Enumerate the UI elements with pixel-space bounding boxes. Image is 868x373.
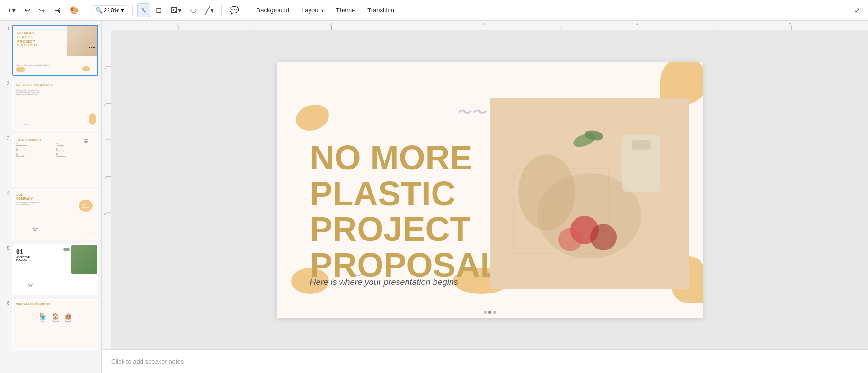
- canvas-area: 1 2 3 4 5: [102, 21, 868, 373]
- slide-preview-3[interactable]: TABLE OF CONTENTS: [12, 134, 98, 186]
- theme-button[interactable]: Theme: [331, 5, 360, 16]
- svg-text:3: 3: [103, 141, 106, 142]
- slide-preview-1[interactable]: NO MOREPLASTICPROJECTPROPOSAL Here is wh…: [12, 25, 98, 76]
- redo-button[interactable]: ↪: [36, 4, 48, 17]
- speaker-notes-placeholder: Click to add speaker notes: [111, 358, 184, 365]
- paint-format-button[interactable]: 🎨: [67, 4, 82, 17]
- image-icon: 🖼: [170, 6, 178, 15]
- line-button[interactable]: ╱▾: [203, 4, 217, 17]
- slide-thumbnail-6[interactable]: 6 WHAT WE ARE WORKING ON 🏪 Retail 🏠 R: [3, 299, 98, 350]
- slide-thumbnail-5[interactable]: 5 01 ABOUT THEPROJECT: [3, 244, 98, 295]
- slide3-grid: 01About the project 04Growth plan 02Majo…: [16, 143, 95, 157]
- main-area: 1 NO MOREPLASTICPROJECTPROPOSAL Here is …: [0, 21, 868, 373]
- svg-text:5: 5: [103, 213, 106, 215]
- nav-dot-3: [493, 311, 496, 314]
- svg-point-12: [32, 284, 33, 285]
- slide2-line: [16, 88, 95, 88]
- slide-canvas[interactable]: 〜〜 〜〜 〜〜: [111, 30, 868, 349]
- zoom-control[interactable]: 🔍 210% ▾: [92, 5, 127, 15]
- svg-point-6: [35, 228, 36, 229]
- slide4-blob: OurClimate: [79, 200, 93, 212]
- svg-rect-3: [86, 141, 88, 142]
- main-slide-title[interactable]: NO MORE PLASTIC PROJECT PROPOSAL: [310, 140, 501, 283]
- slide-number-1: 1: [3, 25, 9, 31]
- slide1-thumb-title: NO MOREPLASTICPROJECTPROPOSAL: [17, 31, 38, 48]
- slide-thumbnail-3[interactable]: 3 TABLE OF CONTENTS: [3, 134, 98, 186]
- image-button[interactable]: 🖼▾: [168, 4, 185, 17]
- slide3-thumb-title: TABLE OF CONTENTS: [16, 138, 95, 141]
- svg-point-5: [33, 228, 34, 229]
- background-button[interactable]: Background: [252, 5, 294, 16]
- slide-number-4: 4: [3, 189, 9, 196]
- add-button[interactable]: +▾: [5, 4, 18, 17]
- svg-point-11: [30, 284, 31, 285]
- slide1-dots: [88, 42, 95, 51]
- svg-rect-30: [102, 30, 111, 349]
- main-slide-subtitle[interactable]: Here is where your presentation begins: [310, 277, 458, 287]
- maximize-icon: ⤢: [854, 6, 860, 15]
- layout-button[interactable]: Layout: [297, 5, 328, 16]
- slide-thumbnail-2[interactable]: 2 CONTENTS OF THIS TEMPLATE Here is wher…: [3, 80, 98, 131]
- undo-button[interactable]: ↩: [21, 4, 33, 17]
- svg-point-75: [558, 228, 582, 251]
- svg-rect-4: [85, 142, 87, 143]
- slide-thumbnail-4[interactable]: 4 OURCOMPANY Here is where you can write…: [3, 189, 98, 240]
- main-slide-photo: [490, 98, 689, 289]
- ruler-left: 1 2 3 4 5: [102, 30, 111, 349]
- cursor-button[interactable]: ↖: [137, 3, 150, 17]
- divider-2: [132, 5, 133, 16]
- slide-preview-5[interactable]: 01 ABOUT THEPROJECT: [12, 244, 98, 295]
- svg-text:2: 2: [103, 104, 106, 106]
- svg-point-14: [31, 285, 32, 287]
- speaker-notes[interactable]: Click to add speaker notes: [102, 349, 868, 373]
- slide2-thumb-title: CONTENTS OF THIS TEMPLATE: [16, 83, 95, 86]
- canvas-body: 1 2 3 4 5: [102, 30, 868, 349]
- slide-preview-6[interactable]: WHAT WE ARE WORKING ON 🏪 Retail 🏠 Reside…: [12, 299, 98, 350]
- comment-button[interactable]: 💬: [227, 4, 242, 17]
- add-icon: +: [8, 6, 12, 15]
- ruler-top: 1 2 3 4 5: [102, 21, 868, 30]
- paint-icon: 🎨: [70, 6, 79, 15]
- print-button[interactable]: 🖨: [51, 4, 64, 17]
- slide-preview-4[interactable]: OURCOMPANY Here is where you can write y…: [12, 189, 98, 240]
- svg-point-68: [518, 154, 575, 230]
- svg-text:4: 4: [636, 22, 638, 26]
- slide-nav-dots: [484, 311, 496, 314]
- redo-icon: ↪: [39, 6, 45, 15]
- blob-top-left: [296, 105, 329, 131]
- slide1-thumbnail-img: [67, 26, 97, 56]
- svg-rect-0: [84, 139, 86, 140]
- divider-3: [221, 5, 222, 16]
- slide3-dots: [84, 139, 94, 148]
- svg-text:3: 3: [483, 22, 485, 26]
- slide-thumbnail-1[interactable]: 1 NO MOREPLASTICPROJECTPROPOSAL Here is …: [3, 25, 98, 76]
- shape-icon: ⬭: [190, 6, 197, 15]
- slide5-dots: [27, 282, 37, 291]
- slide-number-2: 2: [3, 80, 9, 86]
- slide-number-5: 5: [3, 244, 9, 251]
- svg-text:1: 1: [103, 68, 106, 70]
- maximize-button[interactable]: ⤢: [851, 4, 863, 17]
- slide-number-3: 3: [3, 134, 9, 141]
- main-slide[interactable]: 〜〜 〜〜 〜〜: [277, 62, 703, 318]
- slide6-icons: 🏪 Retail 🏠 Residential 🏨 Hospitality: [16, 313, 95, 322]
- divider-4: [247, 5, 247, 16]
- slide1-blob-bl: [16, 67, 25, 72]
- svg-point-74: [590, 224, 617, 250]
- slide2-blob: [89, 113, 96, 125]
- slide1-thumb-subtitle: Here is where your presentation begins: [17, 64, 50, 66]
- slide6-thumb-title: WHAT WE ARE WORKING ON: [16, 303, 95, 306]
- text-box-button[interactable]: ⊡: [153, 4, 165, 17]
- svg-rect-1: [86, 139, 88, 140]
- transition-button[interactable]: Transition: [363, 5, 399, 16]
- slide2-wave: 〜〜: [23, 123, 29, 127]
- svg-text:1: 1: [177, 22, 179, 26]
- svg-text:4: 4: [103, 177, 106, 179]
- slide5-img: [71, 245, 97, 274]
- svg-point-7: [36, 228, 38, 229]
- svg-text:5: 5: [789, 22, 792, 26]
- svg-point-10: [28, 284, 29, 285]
- slide-preview-2[interactable]: CONTENTS OF THIS TEMPLATE Here is where …: [12, 80, 98, 131]
- nav-dot-1: [484, 311, 487, 314]
- shape-button[interactable]: ⬭: [187, 4, 200, 17]
